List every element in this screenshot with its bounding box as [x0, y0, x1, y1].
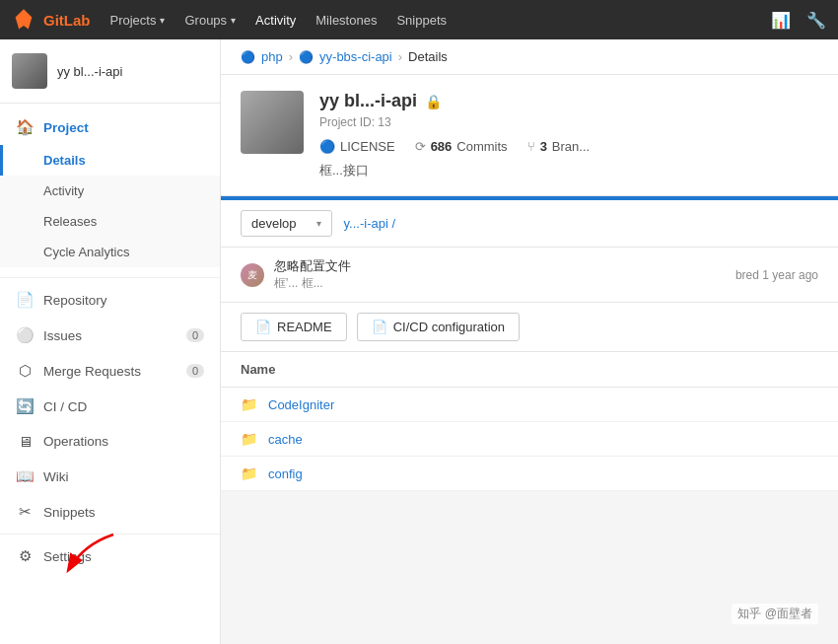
avatar	[12, 53, 47, 89]
main-content: 🔵 php › 🔵 yy-bbs-ci-api › Details yy bl.…	[221, 39, 838, 644]
chevron-down-icon: ▾	[231, 15, 236, 26]
settings-icon: ⚙	[16, 547, 34, 565]
commit-row: 麦 忽略配置文件 框'... 框... bred 1 year ago	[221, 248, 838, 303]
sidebar-item-repository[interactable]: 📄 Repository	[0, 282, 220, 318]
brand-name: GitLab	[43, 12, 91, 29]
folder-icon: 📁	[241, 396, 258, 412]
sidebar-sub-items-project: Details Activity Releases Cycle Analytic…	[0, 145, 220, 267]
folder-icon: 📁	[241, 431, 258, 447]
nav-milestones[interactable]: Milestones	[315, 13, 377, 28]
sidebar-item-wiki[interactable]: 📖 Wiki	[0, 459, 220, 494]
branch-icon: ⑂	[527, 139, 535, 154]
readme-icon: 📄	[255, 320, 271, 334]
sidebar-user: yy bl...-i-api	[0, 39, 220, 104]
action-buttons: 📄 README 📄 CI/CD configuration	[221, 303, 838, 352]
branch-name: develop	[251, 216, 297, 231]
snippets-icon: ✂	[16, 503, 34, 521]
home-icon: 🏠	[16, 118, 34, 136]
commits-label: Commits	[456, 139, 507, 154]
issues-badge: 0	[186, 328, 204, 342]
file-table-header: Name	[221, 352, 838, 388]
folder-icon: 📁	[241, 465, 258, 481]
license-stat: 🔵 LICENSE	[319, 139, 395, 154]
sidebar-username: yy bl...-i-api	[57, 64, 122, 79]
project-description: 框...接口	[319, 162, 818, 179]
cicd-icon: 🔄	[16, 397, 34, 415]
cicd-doc-icon: 📄	[372, 320, 387, 334]
project-name: yy bl...-i-api	[319, 91, 417, 111]
operations-icon: 🖥	[16, 433, 34, 450]
sidebar-section-project: 🏠 Project Details Activity Releases Cycl…	[0, 104, 220, 273]
breadcrumb-php[interactable]: php	[261, 49, 283, 64]
project-avatar	[241, 91, 304, 154]
app-layout: yy bl...-i-api 🏠 Project Details Activit…	[0, 39, 838, 644]
commit-meta: bred 1 year ago	[735, 268, 818, 282]
file-name[interactable]: config	[268, 466, 303, 481]
issues-icon: ⚪	[16, 326, 34, 344]
nav-projects[interactable]: Projects ▾	[110, 13, 166, 28]
nav-groups[interactable]: Groups ▾	[184, 13, 236, 28]
branches-count: 3	[540, 139, 547, 154]
sidebar-item-cycle-analytics[interactable]: Cycle Analytics	[0, 237, 220, 267]
stats-icon[interactable]: 📊	[771, 11, 791, 30]
file-row[interactable]: 📁 CodeIgniter	[221, 388, 838, 422]
repo-controls: develop ▾ y...-i-api /	[221, 200, 838, 248]
breadcrumb-current: Details	[408, 49, 448, 64]
project-header: yy bl...-i-api 🔒 Project ID: 13 🔵 LICENS…	[221, 75, 838, 196]
license-icon: 🔵	[319, 139, 335, 154]
file-icon: 📄	[16, 291, 34, 309]
repo-icon: 🔵	[299, 50, 314, 64]
project-stats: 🔵 LICENSE ⟳ 686 Commits ⑂ 3 Bran...	[319, 139, 818, 154]
sidebar-item-ci-cd[interactable]: 🔄 CI / CD	[0, 389, 220, 424]
chevron-down-icon: ▾	[316, 218, 321, 229]
sidebar-item-activity[interactable]: Activity	[0, 176, 220, 206]
commits-stat: ⟳ 686 Commits	[415, 139, 508, 154]
repo-path: y...-i-api /	[344, 216, 396, 231]
nav-snippets[interactable]: Snippets	[396, 13, 447, 28]
project-info: yy bl...-i-api 🔒 Project ID: 13 🔵 LICENS…	[319, 91, 818, 179]
file-name[interactable]: CodeIgniter	[268, 397, 334, 412]
commits-count: 686	[431, 139, 453, 154]
sidebar-item-releases[interactable]: Releases	[0, 206, 220, 237]
sidebar-item-details[interactable]: Details	[0, 145, 220, 176]
sidebar-item-settings[interactable]: ⚙ Settings	[0, 538, 220, 574]
watermark: 知乎 @面壁者	[732, 604, 818, 624]
commit-message: 忽略配置文件	[274, 257, 351, 275]
breadcrumb-repo[interactable]: yy-bbs-ci-api	[319, 49, 392, 64]
branches-label: Bran...	[552, 139, 590, 154]
repo-path-link[interactable]: y...-i-api /	[344, 216, 396, 231]
sidebar-item-merge-requests[interactable]: ⬡ Merge Requests 0	[0, 353, 220, 389]
breadcrumb: 🔵 php › 🔵 yy-bbs-ci-api › Details	[221, 39, 838, 75]
wiki-icon: 📖	[16, 467, 34, 485]
cicd-config-button[interactable]: 📄 CI/CD configuration	[357, 313, 520, 341]
project-id: Project ID: 13	[319, 115, 818, 129]
sidebar-item-operations[interactable]: 🖥 Operations	[0, 424, 220, 459]
sidebar-item-snippets[interactable]: ✂ Snippets	[0, 494, 220, 530]
file-table: Name 📁 CodeIgniter 📁 cache 📁 config	[221, 352, 838, 491]
branch-selector[interactable]: develop ▾	[241, 210, 332, 237]
readme-button[interactable]: 📄 README	[241, 313, 347, 341]
chevron-down-icon: ▾	[160, 15, 165, 26]
wrench-icon[interactable]: 🔧	[806, 11, 826, 30]
merge-icon: ⬡	[16, 362, 34, 380]
commits-icon: ⟳	[415, 139, 426, 154]
lock-icon: 🔒	[425, 94, 442, 109]
php-icon: 🔵	[241, 50, 255, 64]
file-row[interactable]: 📁 cache	[221, 422, 838, 457]
nav-activity[interactable]: Activity	[255, 13, 296, 28]
sidebar-item-project[interactable]: 🏠 Project	[0, 109, 220, 145]
top-navigation: GitLab Projects ▾ Groups ▾ Activity Mile…	[0, 0, 838, 39]
sidebar-item-issues[interactable]: ⚪ Issues 0	[0, 318, 220, 353]
file-name[interactable]: cache	[268, 432, 303, 447]
gitlab-icon	[12, 8, 35, 32]
license-label: LICENSE	[340, 139, 395, 154]
commit-author-avatar: 麦	[241, 263, 264, 287]
topnav-icons: 📊 🔧	[771, 11, 826, 30]
branches-stat: ⑂ 3 Bran...	[527, 139, 591, 154]
sidebar: yy bl...-i-api 🏠 Project Details Activit…	[0, 39, 221, 644]
merge-badge: 0	[186, 364, 204, 378]
brand-logo[interactable]: GitLab	[12, 8, 91, 32]
file-row[interactable]: 📁 config	[221, 457, 838, 491]
commit-info: 忽略配置文件 框'... 框...	[274, 257, 351, 292]
commit-sub: 框'... 框...	[274, 275, 351, 292]
